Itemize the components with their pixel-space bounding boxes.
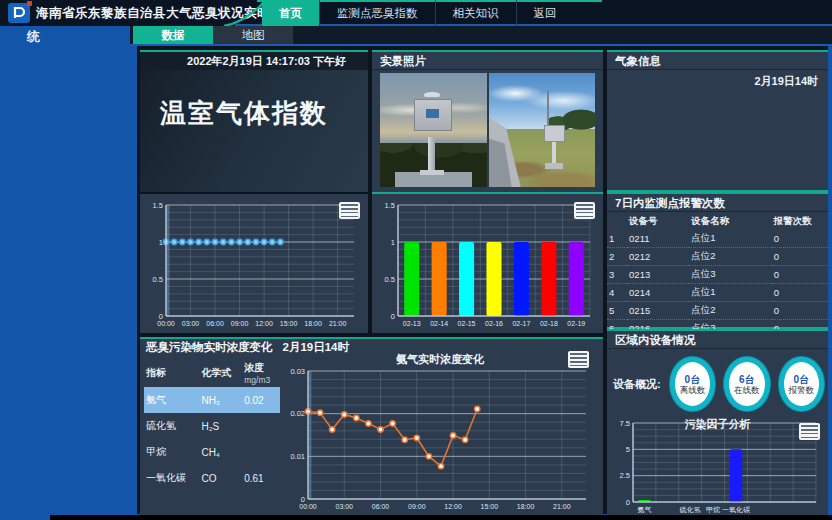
bottom-bar [50, 515, 832, 520]
photo-pole-foot [420, 170, 444, 175]
svg-text:0: 0 [626, 498, 630, 507]
col-device-no: 设备号 [627, 212, 689, 230]
pollutant-panel: 恶臭污染物实时浓度变化2月19日14时 指标 化学式 浓度mg/m3 氨气NH₃… [140, 337, 603, 518]
svg-text:5: 5 [626, 445, 630, 454]
photo-pole [552, 139, 556, 165]
station-photo-field [489, 73, 596, 187]
col-formula: 化学式 [199, 359, 242, 387]
svg-text:09:00: 09:00 [231, 320, 249, 327]
col-alarm-count: 报警次数 [772, 212, 828, 230]
nav-item-home[interactable]: 首页 [262, 0, 319, 26]
svg-text:1.5: 1.5 [385, 201, 395, 210]
chart-menu-icon[interactable] [568, 351, 589, 368]
monitor-device [544, 125, 565, 142]
device-cap [424, 92, 440, 97]
svg-text:02-15: 02-15 [458, 320, 476, 327]
svg-text:硫化氢: 硫化氢 [679, 506, 701, 514]
daily-odor-index-chart: 00.511.502-1302-1402-1502-1602-1702-1802… [374, 197, 600, 330]
tab-data[interactable]: 数据 [133, 26, 213, 44]
svg-text:06:00: 06:00 [372, 503, 390, 510]
svg-text:02-14: 02-14 [430, 320, 448, 327]
svg-text:1.5: 1.5 [153, 201, 163, 210]
svg-text:18:00: 18:00 [517, 503, 535, 510]
svg-text:03:00: 03:00 [335, 503, 353, 510]
photo-lamp-pole [547, 91, 549, 125]
svg-text:00:00: 00:00 [157, 320, 175, 327]
pollutant-row[interactable]: 氨气NH₃0.02 [144, 387, 280, 413]
pollutant-table: 指标 化学式 浓度mg/m3 氨气NH₃0.02硫化氢H₂S甲烷CH₄一氧化碳C… [144, 359, 280, 491]
photos-panel-title: 实景照片 [372, 52, 603, 70]
device-screen [426, 109, 439, 118]
col-device-name: 设备名称 [689, 212, 771, 230]
pollutant-table-body: 氨气NH₃0.02硫化氢H₂S甲烷CH₄一氧化碳CO0.61 [144, 387, 280, 491]
svg-text:氨气: 氨气 [637, 506, 651, 513]
nav-item-back[interactable]: 返回 [516, 0, 574, 26]
table-row: 50215点位20 [607, 302, 828, 320]
svg-text:15:00: 15:00 [481, 503, 499, 510]
svg-text:7.5: 7.5 [620, 419, 630, 428]
alarm-panel-title: 7日内监测点报警次数 [607, 194, 828, 212]
svg-text:00:00: 00:00 [299, 503, 317, 510]
photos-panel: 实景照片 [372, 50, 603, 194]
svg-text:21:00: 21:00 [329, 320, 347, 327]
tab-map[interactable]: 地图 [213, 26, 293, 44]
daily-bar-chart-panel: 00.511.502-1302-1402-1502-1602-1702-1802… [372, 194, 603, 333]
alarm-count-panel: 7日内监测点报警次数 设备号 设备名称 报警次数 10211点位1020212点… [607, 192, 828, 329]
device-overview-label: 设备概况: [613, 377, 661, 392]
chart-menu-icon[interactable] [574, 202, 595, 219]
app-title-overflow: 统 [27, 28, 40, 46]
svg-text:02-17: 02-17 [512, 320, 530, 327]
pollutant-row[interactable]: 甲烷CH₄ [144, 439, 280, 465]
alarm-table: 设备号 设备名称 报警次数 10211点位1020212点位2030213点位3… [607, 212, 828, 338]
logo-red-dot [27, 1, 32, 6]
col-value: 浓度mg/m3 [242, 359, 280, 387]
svg-text:21:00: 21:00 [553, 503, 571, 510]
svg-text:18:00: 18:00 [304, 320, 322, 327]
alarm-table-body: 10211点位1020212点位2030213点位3040214点位105021… [607, 230, 828, 338]
page-title: 温室气体指数 [160, 96, 368, 131]
nav-item-knowledge[interactable]: 相关知识 [435, 0, 516, 26]
device-panel-title: 区域内设备情况 [607, 331, 828, 349]
station-photo-dusk [380, 73, 487, 187]
svg-text:12:00: 12:00 [444, 503, 462, 510]
alarm-count-badge: 0台 报警数 [779, 357, 824, 411]
pollutant-row[interactable]: 硫化氢H₂S [144, 413, 280, 439]
tabbar: 统 数据 地图 [0, 26, 832, 46]
nav-item-odor-index[interactable]: 监测点恶臭指数 [319, 0, 435, 26]
greeting-panel: 2022年2月19日 14:17:03 下午好 温室气体指数 [140, 50, 368, 192]
device-base [545, 163, 563, 169]
svg-text:2.5: 2.5 [620, 471, 630, 480]
weather-panel-title: 气象信息 [607, 52, 828, 70]
svg-text:06:00: 06:00 [206, 320, 224, 327]
svg-text:15:00: 15:00 [280, 320, 298, 327]
table-row: 40214点位10 [607, 284, 828, 302]
chart-menu-icon[interactable] [799, 423, 820, 440]
svg-text:1: 1 [159, 238, 163, 247]
chart-menu-icon[interactable] [339, 202, 360, 219]
col-indicator: 指标 [144, 359, 199, 387]
greenhouse-index-chart: 00.511.500:0003:0006:0009:0012:0015:0018… [142, 197, 364, 330]
datetime-text: 2022年2月19日 14:17:03 下午好 [140, 52, 368, 70]
svg-text:02-16: 02-16 [485, 320, 503, 327]
alarm-table-header: 设备号 设备名称 报警次数 [607, 212, 828, 230]
logo-icon[interactable] [8, 3, 30, 23]
svg-text:0: 0 [391, 312, 395, 321]
pollutant-table-header: 指标 化学式 浓度mg/m3 [144, 359, 280, 387]
weather-time: 2月19日14时 [607, 70, 828, 89]
svg-text:02-19: 02-19 [567, 320, 585, 327]
svg-text:09:00: 09:00 [408, 503, 426, 510]
svg-text:0.02: 0.02 [290, 409, 305, 418]
svg-text:甲烷: 甲烷 [706, 506, 720, 514]
svg-text:02-13: 02-13 [403, 320, 421, 327]
svg-text:0.01: 0.01 [290, 452, 305, 461]
ammonia-concentration-chart: 00.010.020.0300:0003:0006:0009:0012:0015… [282, 365, 598, 513]
unit-label: mg/m3 [244, 375, 278, 385]
svg-text:1: 1 [391, 238, 395, 247]
logo-glyph [11, 5, 27, 21]
weather-panel: 气象信息 2月19日14时 [607, 50, 828, 192]
svg-text:0.03: 0.03 [290, 367, 305, 376]
table-row: 20212点位20 [607, 248, 828, 266]
device-status-panel: 区域内设备情况 设备概况: 0台 离线数 6台 在线数 0台 报警数 污染因子分… [607, 329, 828, 518]
svg-text:03:00: 03:00 [182, 320, 200, 327]
pollutant-row[interactable]: 一氧化碳CO0.61 [144, 465, 280, 491]
